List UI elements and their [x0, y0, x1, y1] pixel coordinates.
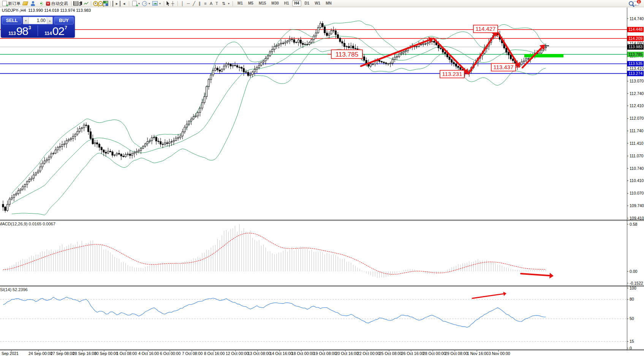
fibonacci-icon[interactable]: ≡	[203, 1, 208, 6]
candle-body	[243, 68, 245, 72]
candle-body	[186, 124, 188, 127]
candle-body	[101, 147, 102, 150]
new-chart[interactable]: +▾	[131, 0, 141, 7]
time-axis-label: 8 Oct 16:00	[204, 351, 225, 356]
candle-body	[83, 125, 85, 128]
candle-body	[232, 65, 234, 66]
rsi-axis-label: 50	[630, 316, 634, 321]
arrow-objects-icon: ⇅	[221, 1, 226, 6]
auto-trading-button[interactable]: 自动交易	[45, 0, 69, 7]
zoom-in-icon[interactable]: +	[93, 1, 98, 6]
buy-price[interactable]: 114027	[38, 25, 74, 37]
candle-body	[317, 27, 319, 33]
candle-body	[16, 193, 17, 195]
periodicity[interactable]: ▾	[141, 0, 151, 7]
buy-button[interactable]: BUY	[54, 17, 74, 24]
candle-body	[354, 48, 356, 49]
bar-chart-icon[interactable]	[73, 1, 78, 6]
price-axis-label: 111.410	[630, 141, 644, 146]
search-icon[interactable]	[629, 1, 633, 6]
candle-body	[405, 51, 407, 52]
candle-body	[77, 131, 78, 134]
candle-body	[445, 52, 446, 54]
candle-body	[195, 116, 196, 117]
sell-button[interactable]: SELL	[2, 17, 22, 24]
time-axis-label: 26 Oct 16:00	[401, 351, 424, 356]
volume-decrease-button[interactable]: ▾	[23, 17, 29, 24]
rsi-indicator-label: RSI(14) 52.2396	[0, 287, 28, 292]
candle-body	[269, 52, 271, 56]
arrow-objects[interactable]: ⇅▾	[220, 0, 231, 7]
channel-icon[interactable]: ∥	[197, 1, 203, 6]
community-button[interactable]	[29, 0, 37, 7]
candle-body	[451, 60, 453, 62]
rsi-axis-label: 15	[630, 339, 634, 344]
timeframe-button-M15[interactable]: M15	[256, 0, 268, 6]
timeframe-button-D1[interactable]: D1	[302, 0, 312, 6]
candlestick-chart-icon[interactable]	[78, 1, 83, 6]
timeframe-button-H1[interactable]: H1	[282, 0, 291, 6]
candle-body	[151, 138, 153, 141]
timeframe-button-MN[interactable]: MN	[323, 0, 334, 6]
candle-body	[392, 59, 393, 63]
chart-shift-icon[interactable]: ◂	[120, 1, 127, 6]
hline-icon[interactable]: ─	[185, 1, 191, 6]
candle-body	[98, 144, 100, 147]
sell-price[interactable]: 113983	[2, 25, 38, 37]
candle-body	[164, 143, 166, 144]
vline-icon[interactable]: │	[180, 1, 185, 6]
candle-body	[267, 56, 269, 59]
buy-price-big: 02	[52, 25, 64, 37]
signals-button[interactable]	[37, 0, 45, 7]
toolbar-separator	[164, 1, 164, 6]
timeframe-button-M30[interactable]: M30	[269, 0, 281, 6]
candle-body	[223, 66, 225, 69]
support-zone-rectangle[interactable]	[524, 54, 563, 57]
candle-body	[59, 146, 61, 147]
crosshair-icon[interactable]: ┼	[170, 1, 176, 6]
templates[interactable]: ▾	[151, 0, 162, 7]
volume-increase-button[interactable]: ▴	[47, 17, 52, 24]
candle-body	[403, 52, 404, 53]
price-axis-label: 113.410	[630, 66, 644, 71]
candle-body	[241, 67, 242, 68]
candle-body	[331, 31, 332, 34]
timeframe-button-W1[interactable]: W1	[312, 0, 323, 6]
new-order-button[interactable]: +新订单	[1, 0, 22, 7]
trendline-icon[interactable]: ╱	[191, 1, 197, 6]
price-axis-label: 109.410	[630, 216, 644, 220]
candle-body	[353, 46, 354, 48]
candle-body	[440, 48, 441, 49]
auto-trading-icon	[46, 2, 50, 6]
text-icon[interactable]: A	[208, 1, 214, 6]
timeframe-button-H4[interactable]: H4	[292, 0, 302, 6]
candle-body	[217, 68, 218, 70]
candle-body	[147, 142, 148, 144]
candle-body	[434, 41, 435, 43]
zoom-out-icon[interactable]: −	[98, 1, 103, 6]
auto-scroll-icon[interactable]: ▸	[112, 1, 120, 6]
price-axis-label: 112.070	[630, 116, 644, 120]
cursor-icon[interactable]	[166, 1, 170, 6]
candle-body	[51, 154, 52, 157]
label-icon[interactable]: T	[214, 1, 220, 6]
tile-windows-icon[interactable]	[103, 1, 108, 6]
bollinger-middle-band	[12, 36, 546, 204]
candle-body	[446, 54, 448, 57]
volume-input[interactable]	[29, 18, 47, 23]
toolbar-separator	[71, 1, 71, 6]
candle-body	[307, 44, 308, 44]
line-chart-icon[interactable]	[83, 1, 89, 6]
candle-body	[20, 189, 21, 191]
new-chart-icon: +	[132, 1, 137, 6]
deposit-button[interactable]	[22, 0, 29, 7]
candle-body	[302, 43, 304, 44]
chat-icon[interactable]: 1	[633, 1, 639, 6]
candle-body	[296, 42, 297, 43]
candle-body	[85, 125, 87, 125]
candle-body	[335, 31, 337, 35]
candle-body	[70, 138, 72, 139]
chart-canvas[interactable]: 113.785114.427113.231113.437114.740114.4…	[0, 0, 644, 358]
timeframe-button-M5[interactable]: M5	[246, 0, 256, 6]
timeframe-button-M1[interactable]: M1	[235, 0, 245, 6]
